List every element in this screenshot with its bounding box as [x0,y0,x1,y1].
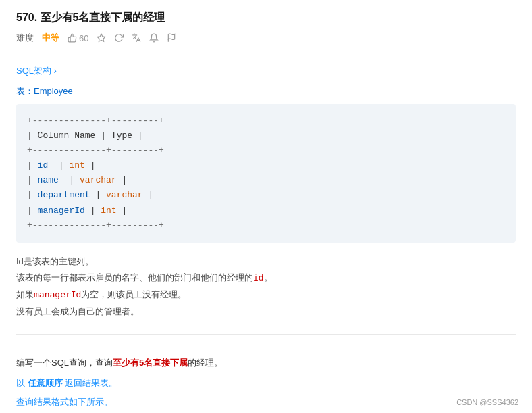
description-block: Id是该表的主键列。 该表的每一行都表示雇员的名字、他们的部门和他们的经理的id… [16,253,516,320]
bell-icon[interactable] [149,33,159,43]
schema-border-bot: +--------------+---------+ [27,218,505,233]
schema-row-managerid: | managerId | int | [27,203,505,218]
desc-line-4: 没有员工会成为自己的管理者。 [16,303,516,320]
desc-line-3: 如果managerId为空，则该员工没有经理。 [16,287,516,303]
refresh-icon[interactable] [114,33,124,43]
schema-row-name: | name | varchar | [27,173,505,188]
desc-line-2: 该表的每一行都表示雇员的名字、他们的部门和他们的经理的id。 [16,270,516,287]
result-format-text: 查询结果格式如下所示。 [16,396,516,408]
schema-row-department: | department | varchar | [27,188,505,203]
difficulty-value: 中等 [42,32,59,44]
star-icon[interactable] [97,33,106,43]
schema-row-id: | id | int | [27,158,505,173]
footer-text: CSDN @SSS4362 [456,398,518,406]
any-order-text: 以 任意顺序 返回结果表。 [16,377,516,389]
section-divider [16,334,516,335]
breadcrumb[interactable]: SQL架构 › [16,65,516,77]
schema-header: | Column Name | Type | [27,128,505,143]
top-divider [16,55,516,55]
like-count: 60 [79,33,88,43]
page-title: 570. 至少有5名直接下属的经理 [16,11,516,25]
task-text: 编写一个SQL查询，查询至少有5名直接下属的经理。 [16,355,516,370]
difficulty-label: 难度 [16,32,34,44]
schema-border-mid: +--------------+---------+ [27,143,505,158]
flag-icon[interactable] [167,33,176,43]
like-icon[interactable]: 60 [68,33,88,43]
meta-row: 难度 中等 60 [16,32,516,44]
svg-marker-0 [98,34,106,41]
desc-line-1: Id是该表的主键列。 [16,253,516,270]
schema-border-top: +--------------+---------+ [27,114,505,128]
schema-box: +--------------+---------+ | Column Name… [16,104,516,243]
table-name: Employee [34,86,73,96]
table-label: 表：Employee [16,85,516,97]
translate-icon[interactable] [132,33,141,43]
